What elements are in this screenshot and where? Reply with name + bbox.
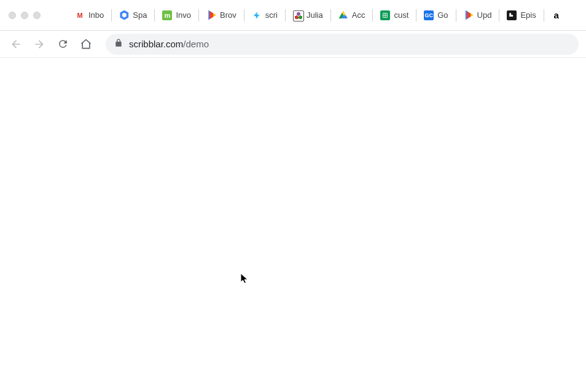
separator (330, 9, 331, 22)
bookmark-label: cust (394, 10, 408, 20)
url-domain: scribblar.com (129, 39, 183, 49)
bookmark-brov[interactable]: Brov (203, 8, 240, 23)
separator (544, 9, 544, 22)
bookmark-label: Spa (133, 10, 147, 20)
flag-icon (464, 10, 474, 20)
page-content (0, 58, 586, 392)
separator (372, 9, 373, 22)
bookmark-invo[interactable]: m Invo (158, 8, 195, 23)
sheets-icon (380, 10, 390, 20)
bookmark-inbox[interactable]: M Inbo (71, 8, 107, 23)
amazon-icon: a (552, 10, 561, 20)
bookmark-go[interactable]: GC Go (420, 8, 451, 23)
separator (111, 9, 112, 22)
m-green-icon: m (162, 10, 172, 20)
bookmark-label: Acc (352, 10, 365, 20)
bookmark-label: Go (437, 10, 448, 20)
gc-icon: GC (424, 10, 434, 20)
bookmark-spa[interactable]: Spa (115, 8, 150, 23)
hexagon-icon (119, 10, 129, 20)
separator (198, 9, 199, 22)
bookmark-label: scri (265, 10, 278, 20)
separator (416, 9, 416, 22)
gmail-icon: M (75, 10, 85, 20)
separator (244, 9, 244, 22)
flipboard-icon (507, 10, 517, 20)
bookmark-label: Epis (520, 10, 536, 20)
separator (499, 9, 499, 22)
bookmark-julia[interactable]: Julia (289, 8, 327, 23)
bookmark-scri[interactable]: scri (248, 8, 281, 23)
julia-icon (293, 10, 303, 20)
forward-button[interactable] (31, 36, 48, 53)
flag-icon (206, 10, 216, 20)
window-traffic-lights (6, 12, 41, 19)
bookmark-acc[interactable]: Acc (335, 8, 369, 23)
separator (456, 9, 456, 22)
bookmark-label: Inbo (88, 10, 104, 20)
mouse-cursor-icon (240, 273, 250, 285)
bookmark-label: Invo (176, 10, 191, 20)
maximize-window-button[interactable] (33, 12, 41, 19)
bookmark-upd[interactable]: Upd (460, 8, 496, 23)
separator (285, 9, 286, 22)
browser-top-bar: M Inbo Spa m Invo Brov scri (0, 0, 586, 31)
lock-icon (114, 39, 123, 49)
url-text: scribblar.com/demo (129, 39, 209, 49)
lightning-icon (252, 10, 262, 20)
bookmark-amazon[interactable]: a (548, 8, 565, 23)
address-bar[interactable]: scribblar.com/demo (106, 34, 579, 55)
close-window-button[interactable] (9, 12, 16, 19)
back-button[interactable] (7, 36, 25, 53)
separator (154, 9, 155, 22)
reload-button[interactable] (54, 36, 71, 53)
browser-toolbar: scribblar.com/demo (0, 31, 586, 58)
home-button[interactable] (77, 36, 95, 53)
bookmark-label: Upd (477, 10, 492, 20)
bookmarks-bar: M Inbo Spa m Invo Brov scri (71, 8, 580, 23)
drive-icon (338, 10, 348, 20)
bookmark-epis[interactable]: Epis (503, 8, 539, 23)
bookmark-cust[interactable]: cust (377, 8, 412, 23)
url-path: /demo (183, 39, 209, 49)
bookmark-label: Brov (220, 10, 236, 20)
bookmark-label: Julia (307, 10, 323, 20)
minimize-window-button[interactable] (21, 12, 28, 19)
